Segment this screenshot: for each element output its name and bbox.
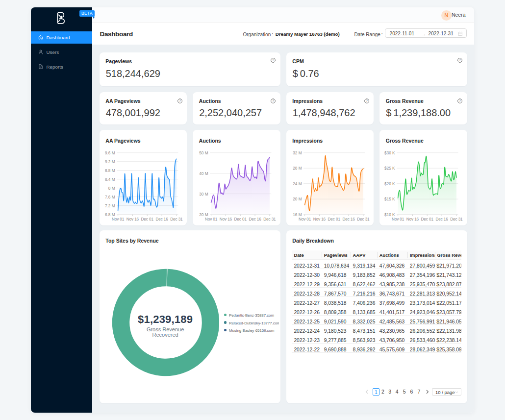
svg-text:?: ? xyxy=(459,58,461,62)
svg-text:Dec 01: Dec 01 xyxy=(328,217,340,222)
svg-text:Nov 16: Nov 16 xyxy=(220,217,232,222)
svg-text:30 M: 30 M xyxy=(199,192,208,197)
svg-text:?: ? xyxy=(459,99,461,102)
svg-text:Dec 16: Dec 16 xyxy=(342,217,355,222)
svg-text:$30 K: $30 K xyxy=(384,151,395,155)
svg-text:?: ? xyxy=(366,99,368,102)
svg-text:Dec 16: Dec 16 xyxy=(435,217,448,222)
svg-text:?: ? xyxy=(272,99,274,102)
svg-text:Nov 01: Nov 01 xyxy=(298,217,311,222)
svg-text:50 M: 50 M xyxy=(199,151,208,155)
svg-text:Dec 31: Dec 31 xyxy=(450,217,463,222)
svg-text:Nov 16: Nov 16 xyxy=(313,217,326,222)
svg-text:Dec 16: Dec 16 xyxy=(155,217,168,222)
svg-text:Dec 31: Dec 31 xyxy=(263,217,276,222)
svg-text:Dec 31: Dec 31 xyxy=(170,217,183,222)
svg-text:Nov 16: Nov 16 xyxy=(406,217,419,222)
svg-text:40 M: 40 M xyxy=(199,172,208,176)
svg-text:Nov 01: Nov 01 xyxy=(392,217,404,222)
svg-text:Nov 01: Nov 01 xyxy=(205,217,218,222)
svg-text:20 M: 20 M xyxy=(293,197,302,201)
svg-text:Dec 31: Dec 31 xyxy=(357,217,370,222)
svg-text:28 M: 28 M xyxy=(293,166,302,171)
svg-text:Nov 16: Nov 16 xyxy=(126,217,139,222)
svg-text:7.6 M: 7.6 M xyxy=(105,195,115,199)
svg-text:24 M: 24 M xyxy=(293,182,302,186)
svg-text:?: ? xyxy=(272,58,274,62)
svg-text:$25 K: $25 K xyxy=(384,166,395,171)
svg-text:8.8 M: 8.8 M xyxy=(105,169,115,173)
svg-text:8.4 M: 8.4 M xyxy=(105,177,115,182)
svg-text:8 M: 8 M xyxy=(108,186,115,191)
svg-text:?: ? xyxy=(179,99,181,102)
svg-text:Dec 01: Dec 01 xyxy=(234,217,247,222)
svg-text:Dec 01: Dec 01 xyxy=(141,217,153,222)
svg-text:32 M: 32 M xyxy=(293,151,302,155)
svg-text:7.2 M: 7.2 M xyxy=(105,204,115,208)
svg-text:$15 K: $15 K xyxy=(384,197,395,201)
svg-text:Dec 01: Dec 01 xyxy=(421,217,434,222)
svg-text:9.2 M: 9.2 M xyxy=(105,160,115,164)
svg-text:Dec 16: Dec 16 xyxy=(249,217,261,222)
svg-text:$20 K: $20 K xyxy=(384,182,395,186)
svg-text:Nov 01: Nov 01 xyxy=(111,217,124,222)
svg-text:9.6 M: 9.6 M xyxy=(105,151,115,155)
